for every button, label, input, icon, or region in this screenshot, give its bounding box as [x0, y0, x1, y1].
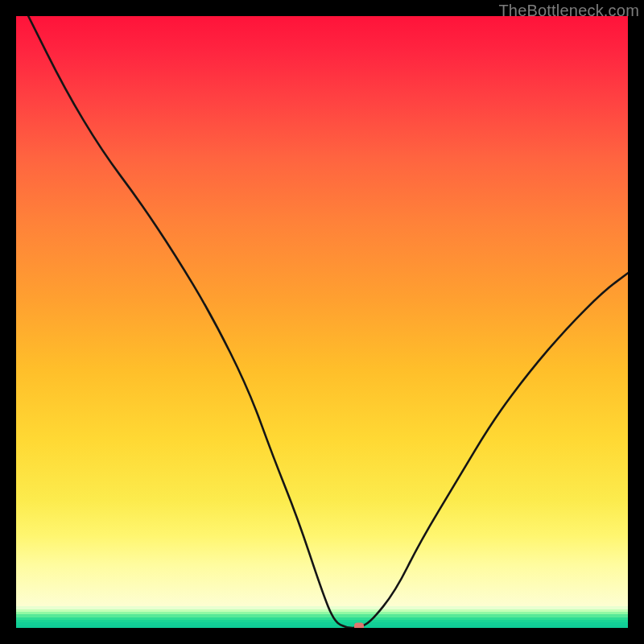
bottleneck-curve	[16, 16, 628, 628]
plot-area	[16, 16, 628, 628]
optimum-marker	[354, 623, 364, 629]
chart-frame: TheBottleneck.com	[0, 0, 644, 644]
